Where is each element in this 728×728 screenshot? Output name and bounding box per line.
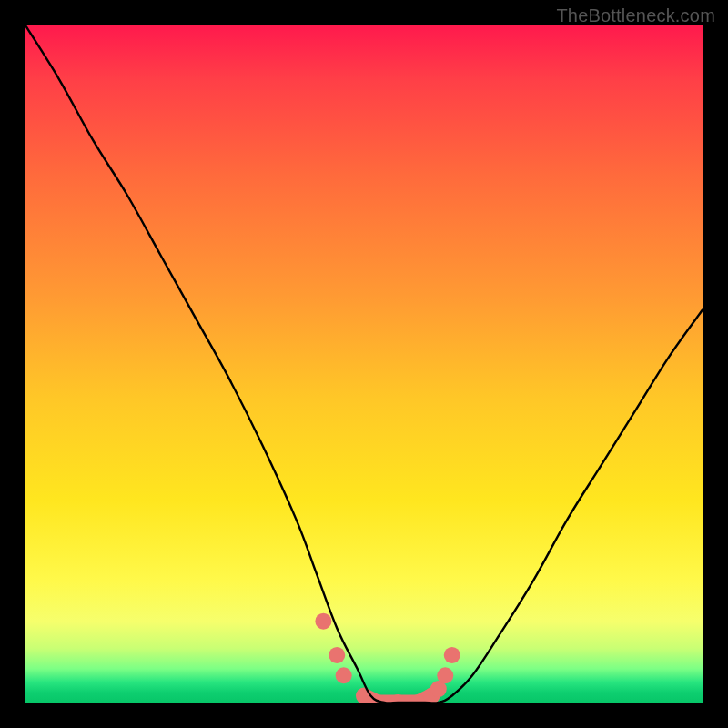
marker-dot <box>444 647 460 663</box>
marker-dot <box>329 647 345 663</box>
chart-frame: TheBottleneck.com <box>0 0 728 728</box>
bottleneck-curve <box>25 25 703 703</box>
marker-dot <box>437 667 453 683</box>
watermark-text: TheBottleneck.com <box>556 5 715 26</box>
marker-dot <box>315 613 331 630</box>
marker-dot <box>336 667 352 683</box>
curve-path <box>25 25 703 703</box>
plot-area <box>25 25 703 703</box>
